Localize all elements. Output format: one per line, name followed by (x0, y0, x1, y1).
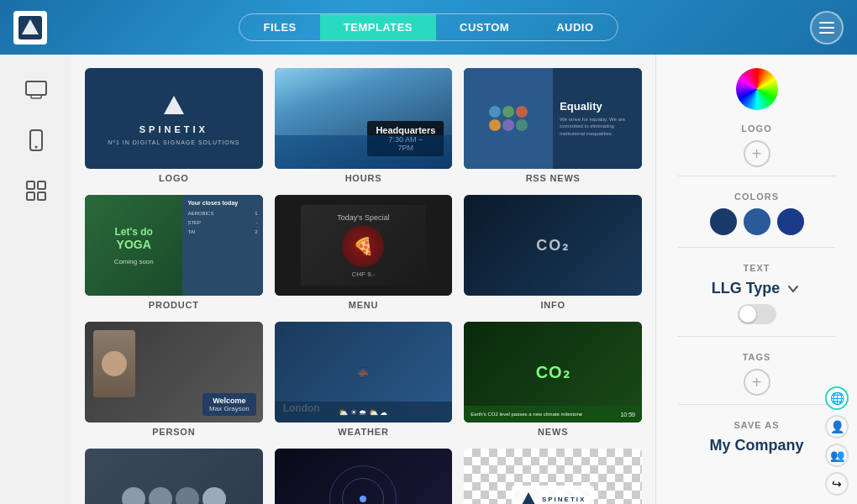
globe-icon[interactable]: 🌐 (825, 386, 849, 410)
text-value: LLG Type (712, 280, 781, 297)
text-chevron-button[interactable] (785, 281, 802, 297)
template-hours[interactable]: Headquarters 7:30 AM – 7PM HOURS (275, 68, 453, 183)
nav-tabs: FILES TEMPLATES CUSTOM AUDIO (239, 13, 618, 41)
svg-rect-3 (31, 95, 41, 98)
svg-point-5 (34, 146, 37, 149)
color-dot-1[interactable] (710, 208, 737, 235)
template-weather[interactable]: London ⛅ ☀ 🌧 ⛅ ☁ 🌉 WEATHER (275, 322, 453, 437)
grid-icon[interactable] (18, 172, 55, 209)
user-icon-2[interactable]: 👥 (825, 444, 849, 467)
template-person-label: PERSON (152, 427, 195, 437)
template-empty[interactable]: SPINETIX (464, 449, 642, 504)
svg-rect-8 (27, 192, 34, 200)
tab-audio[interactable]: AUDIO (533, 14, 617, 40)
svg-rect-7 (38, 181, 45, 189)
template-rss[interactable]: Equality We strive for equality. We are … (464, 68, 642, 183)
header: FILES TEMPLATES CUSTOM AUDIO (0, 0, 857, 55)
template-tech[interactable] (275, 449, 453, 504)
logout-icon[interactable]: ↪ (825, 472, 849, 496)
template-info[interactable]: CO₂ INFO (464, 195, 642, 310)
template-logo-label: LOGO (159, 173, 189, 183)
main-content: SPINETIX Nº1 IN DIGITAL SIGNAGE SOLUTION… (71, 55, 655, 504)
color-wheel-icon (736, 68, 778, 110)
template-hours-label: HOURS (345, 173, 382, 183)
template-product-label: PRODUCT (149, 300, 199, 310)
template-news-label: NEWS (538, 427, 568, 437)
divider-1 (678, 176, 834, 176)
right-footer-icons: 🌐 👤 👥 ↪ (825, 386, 849, 496)
divider-4 (678, 404, 834, 405)
svg-rect-2 (26, 81, 46, 95)
template-product[interactable]: Let's do YOGA Coming soon Your closes to… (85, 195, 263, 310)
color-dot-2[interactable] (744, 208, 770, 235)
tags-section-label: TAGS (743, 352, 771, 362)
add-logo-button[interactable]: + (744, 140, 770, 167)
text-row: LLG Type (670, 280, 844, 297)
svg-rect-6 (27, 181, 34, 189)
text-toggle[interactable] (738, 304, 776, 324)
right-panel: LOGO + COLORS TEXT LLG Type TAGS + SAVE … (655, 55, 857, 504)
tab-templates[interactable]: TEMPLATES (320, 14, 436, 40)
template-grid: SPINETIX Nº1 IN DIGITAL SIGNAGE SOLUTION… (85, 68, 642, 504)
svg-marker-11 (522, 492, 535, 504)
app-logo (13, 11, 47, 45)
colors-section-label: COLORS (734, 192, 779, 202)
template-menu[interactable]: Today's Special 🍕 CHF 9.- MENU (275, 195, 453, 310)
screen-icon[interactable] (18, 71, 55, 108)
template-info-label: INFO (540, 300, 565, 310)
toggle-container (738, 304, 776, 324)
logo-section-label: LOGO (741, 123, 771, 134)
left-sidebar (0, 55, 71, 504)
template-menu-label: MENU (349, 300, 379, 310)
template-person[interactable]: Welcome Max Grayson PERSON (85, 322, 263, 437)
user-icon-1[interactable]: 👤 (825, 415, 849, 438)
color-dot-3[interactable] (777, 208, 804, 235)
add-tags-button[interactable]: + (744, 369, 770, 396)
template-rss-label: RSS NEWS (526, 173, 581, 183)
phone-icon[interactable] (18, 122, 55, 159)
template-logo[interactable]: SPINETIX Nº1 IN DIGITAL SIGNAGE SOLUTION… (85, 68, 263, 183)
svg-marker-10 (164, 96, 184, 114)
menu-button[interactable] (810, 11, 844, 45)
colors-row (710, 208, 804, 235)
divider-2 (678, 247, 834, 248)
divider-3 (678, 336, 834, 337)
template-team[interactable] (85, 449, 263, 504)
template-weather-label: WEATHER (338, 427, 388, 437)
template-news[interactable]: CO₂ Earth's CO2 level passes a new clima… (464, 322, 642, 437)
toggle-knob (739, 306, 756, 323)
tab-custom[interactable]: CUSTOM (436, 14, 533, 40)
svg-rect-9 (38, 192, 45, 200)
save-as-section-label: SAVE AS (733, 420, 779, 430)
text-section-label: TEXT (743, 263, 770, 273)
tab-files[interactable]: FILES (239, 14, 319, 40)
save-as-value: My Company (709, 437, 803, 454)
